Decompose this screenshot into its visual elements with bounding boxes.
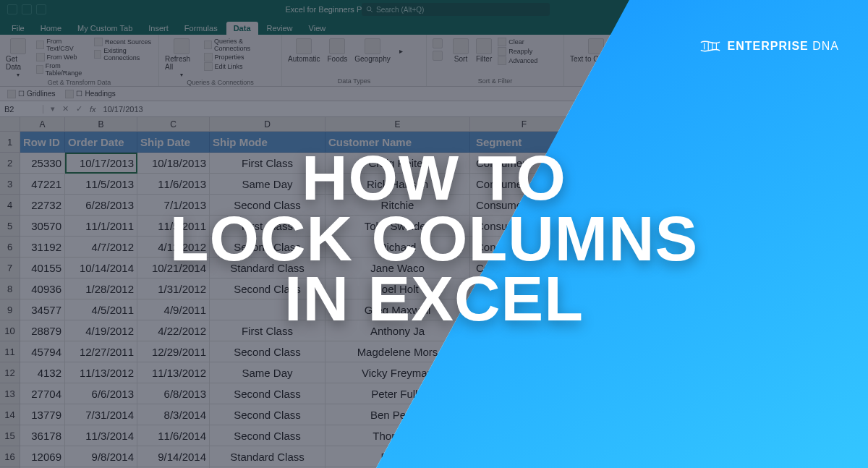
col-C[interactable]: C [137,117,210,132]
qat [0,4,46,14]
datatype-automatic[interactable]: Automatic [286,38,321,64]
ribbon-group-data-types: AutomaticFoodsGeography▸ Data Types [282,35,427,86]
subbar-btn-1[interactable]: ☐Gridlines [4,89,58,99]
ribbon-item[interactable]: Clear [498,38,537,46]
sort-az-button[interactable] [431,38,444,49]
tab-formulas[interactable]: Formulas [177,22,225,35]
dna-icon [700,39,720,54]
undo-icon[interactable] [36,4,46,14]
datatype-more-icon[interactable]: ▸ [396,47,406,55]
ribbon-item[interactable]: From Web [36,53,90,61]
select-all-corner[interactable] [0,117,20,132]
ribbon-item[interactable]: Advanced [498,56,537,65]
refresh-all-button[interactable]: Refresh All▾ [163,38,200,79]
ribbon-item[interactable]: Recent Sources [94,38,154,46]
get-data-button[interactable]: Get Data▾ [4,38,32,79]
sort-za-button[interactable] [431,50,444,61]
col-A[interactable]: A [20,117,65,132]
tab-insert[interactable]: Insert [141,22,176,35]
row-header[interactable]: 3 [0,174,20,195]
ribbon-item[interactable]: Edit Links [204,62,277,71]
tab-file[interactable]: File [4,22,32,35]
svg-line-1 [370,10,373,12]
row-header[interactable]: 9 [0,299,20,320]
fx-icon[interactable]: fx [90,105,96,114]
search-icon [366,6,373,13]
row-header[interactable]: 10 [0,320,20,341]
row-header[interactable]: 5 [0,216,20,237]
tab-review[interactable]: Review [260,22,300,35]
tab-data[interactable]: Data [226,22,258,35]
brand-logo: ENTERPRISE DNA [700,39,839,54]
tab-my-custom-tab[interactable]: My Custom Tab [70,22,140,35]
datatype-geography[interactable]: Geography [353,38,391,64]
save-icon[interactable] [22,4,32,14]
row-header[interactable]: 16 [0,446,20,467]
subbar-btn-2[interactable]: ☐Headings [62,89,118,99]
tab-home[interactable]: Home [33,22,69,35]
col-B[interactable]: B [65,117,137,132]
ribbon-item[interactable]: Properties [204,53,277,61]
filter-button[interactable]: Filter [475,38,493,64]
row-header[interactable]: 14 [0,404,20,425]
ribbon-group-queries: Refresh All▾ Queries & ConnectionsProper… [159,35,282,86]
ribbon-item[interactable]: Reapply [498,47,537,56]
search-box[interactable]: Search (Alt+Q) [362,3,550,16]
ribbon-item[interactable]: Existing Connections [94,47,154,61]
svg-point-0 [367,7,371,11]
ribbon-item[interactable]: Queries & Connections [204,38,277,52]
row-header[interactable]: 7 [0,258,20,278]
row-header[interactable]: 11 [0,341,20,362]
row-header[interactable]: 4 [0,195,20,216]
row-header[interactable]: 1 [0,132,20,153]
tab-view[interactable]: View [302,22,333,35]
sort-button[interactable]: Sort [451,38,470,64]
datatype-foods[interactable]: Foods [326,38,349,64]
ribbon-item[interactable]: From Text/CSV [36,38,90,52]
row-header[interactable]: 8 [0,278,20,299]
formula-value[interactable]: 10/17/2013 [103,105,143,114]
name-box[interactable]: B2 [0,105,43,114]
row-header[interactable]: 2 [0,153,20,174]
autosave-icon[interactable] [7,4,17,14]
ribbon-group-get-transform: Get Data▾ From Text/CSVFrom WebFrom Tabl… [0,35,159,86]
ribbon-item[interactable]: From Table/Range [36,62,90,77]
ribbon-group-sort-filter: Sort Filter ClearReapplyAdvanced Sort & … [427,35,564,86]
row-header[interactable]: 13 [0,383,20,404]
row-header[interactable]: 6 [0,237,20,258]
row-header[interactable]: 12 [0,362,20,383]
col-E[interactable]: E [326,117,470,132]
brand-text: ENTERPRISE DNA [728,40,839,53]
row-header[interactable]: 15 [0,425,20,446]
col-D[interactable]: D [210,117,326,132]
